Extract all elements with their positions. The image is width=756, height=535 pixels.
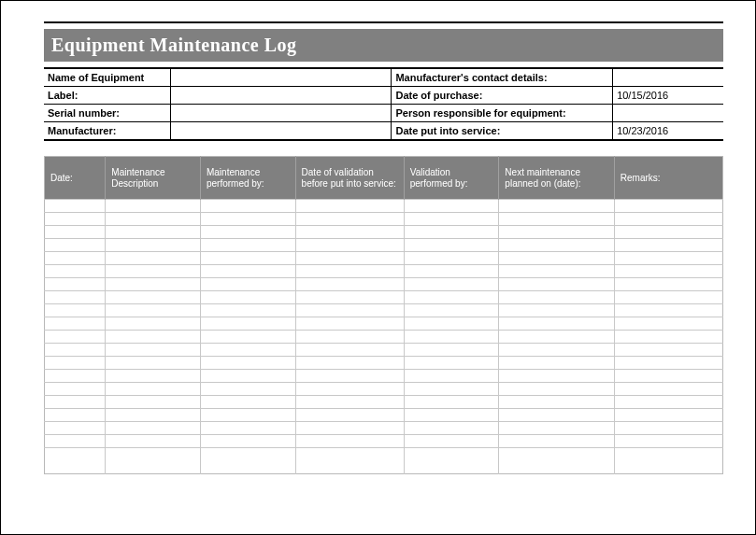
table-cell[interactable] <box>45 370 106 383</box>
table-cell[interactable] <box>106 265 201 278</box>
table-cell[interactable] <box>45 409 106 422</box>
table-cell[interactable] <box>499 331 614 344</box>
table-cell[interactable] <box>404 291 499 304</box>
table-cell[interactable] <box>106 448 201 474</box>
table-cell[interactable] <box>404 396 499 409</box>
table-cell[interactable] <box>45 252 106 265</box>
table-cell[interactable] <box>614 448 722 474</box>
meta-value[interactable] <box>170 122 392 141</box>
table-cell[interactable] <box>200 422 295 435</box>
table-cell[interactable] <box>200 200 295 213</box>
table-cell[interactable] <box>499 448 614 474</box>
meta-value[interactable]: 10/15/2016 <box>613 87 723 105</box>
table-cell[interactable] <box>106 409 201 422</box>
table-cell[interactable] <box>106 331 201 344</box>
table-cell[interactable] <box>295 383 404 396</box>
table-cell[interactable] <box>499 291 614 304</box>
table-cell[interactable] <box>106 370 201 383</box>
table-cell[interactable] <box>295 422 404 435</box>
table-cell[interactable] <box>45 383 106 396</box>
table-cell[interactable] <box>200 435 295 448</box>
table-cell[interactable] <box>614 409 722 422</box>
table-cell[interactable] <box>404 317 499 331</box>
table-cell[interactable] <box>106 213 201 226</box>
table-cell[interactable] <box>499 396 614 409</box>
table-cell[interactable] <box>45 278 106 291</box>
table-cell[interactable] <box>404 265 499 278</box>
table-cell[interactable] <box>106 239 201 252</box>
table-cell[interactable] <box>295 265 404 278</box>
table-cell[interactable] <box>295 396 404 409</box>
table-cell[interactable] <box>614 200 722 213</box>
table-cell[interactable] <box>404 331 499 344</box>
table-cell[interactable] <box>45 239 106 252</box>
table-cell[interactable] <box>499 213 614 226</box>
meta-value[interactable] <box>613 105 723 122</box>
table-cell[interactable] <box>200 226 295 239</box>
table-cell[interactable] <box>295 278 404 291</box>
table-cell[interactable] <box>499 226 614 239</box>
table-cell[interactable] <box>200 448 295 474</box>
table-cell[interactable] <box>614 422 722 435</box>
table-cell[interactable] <box>614 265 722 278</box>
table-cell[interactable] <box>499 317 614 331</box>
table-cell[interactable] <box>404 200 499 213</box>
table-cell[interactable] <box>614 383 722 396</box>
table-cell[interactable] <box>200 357 295 370</box>
table-cell[interactable] <box>404 435 499 448</box>
table-cell[interactable] <box>499 370 614 383</box>
table-cell[interactable] <box>200 409 295 422</box>
table-cell[interactable] <box>200 317 295 331</box>
table-cell[interactable] <box>614 331 722 344</box>
table-cell[interactable] <box>295 239 404 252</box>
table-cell[interactable] <box>106 422 201 435</box>
table-cell[interactable] <box>614 239 722 252</box>
table-cell[interactable] <box>404 278 499 291</box>
table-cell[interactable] <box>499 344 614 357</box>
table-cell[interactable] <box>404 226 499 239</box>
table-cell[interactable] <box>499 239 614 252</box>
table-cell[interactable] <box>295 370 404 383</box>
table-cell[interactable] <box>499 422 614 435</box>
table-cell[interactable] <box>499 435 614 448</box>
table-cell[interactable] <box>45 226 106 239</box>
table-cell[interactable] <box>614 252 722 265</box>
table-cell[interactable] <box>45 435 106 448</box>
table-cell[interactable] <box>45 422 106 435</box>
table-cell[interactable] <box>45 291 106 304</box>
table-cell[interactable] <box>200 383 295 396</box>
table-cell[interactable] <box>614 213 722 226</box>
table-cell[interactable] <box>404 448 499 474</box>
table-cell[interactable] <box>45 331 106 344</box>
table-cell[interactable] <box>200 265 295 278</box>
table-cell[interactable] <box>45 357 106 370</box>
table-cell[interactable] <box>200 344 295 357</box>
table-cell[interactable] <box>45 200 106 213</box>
table-cell[interactable] <box>295 357 404 370</box>
table-cell[interactable] <box>45 213 106 226</box>
table-cell[interactable] <box>614 357 722 370</box>
table-cell[interactable] <box>200 278 295 291</box>
table-cell[interactable] <box>404 422 499 435</box>
table-cell[interactable] <box>614 304 722 317</box>
table-cell[interactable] <box>614 344 722 357</box>
table-cell[interactable] <box>45 448 106 474</box>
table-cell[interactable] <box>404 252 499 265</box>
table-cell[interactable] <box>295 448 404 474</box>
table-cell[interactable] <box>106 344 201 357</box>
table-cell[interactable] <box>614 435 722 448</box>
table-cell[interactable] <box>404 409 499 422</box>
table-cell[interactable] <box>106 383 201 396</box>
table-cell[interactable] <box>200 331 295 344</box>
table-cell[interactable] <box>106 304 201 317</box>
table-cell[interactable] <box>614 370 722 383</box>
table-cell[interactable] <box>295 291 404 304</box>
table-cell[interactable] <box>614 278 722 291</box>
table-cell[interactable] <box>106 396 201 409</box>
table-cell[interactable] <box>106 200 201 213</box>
table-cell[interactable] <box>404 239 499 252</box>
table-cell[interactable] <box>200 239 295 252</box>
table-cell[interactable] <box>295 317 404 331</box>
table-cell[interactable] <box>499 200 614 213</box>
table-cell[interactable] <box>499 278 614 291</box>
